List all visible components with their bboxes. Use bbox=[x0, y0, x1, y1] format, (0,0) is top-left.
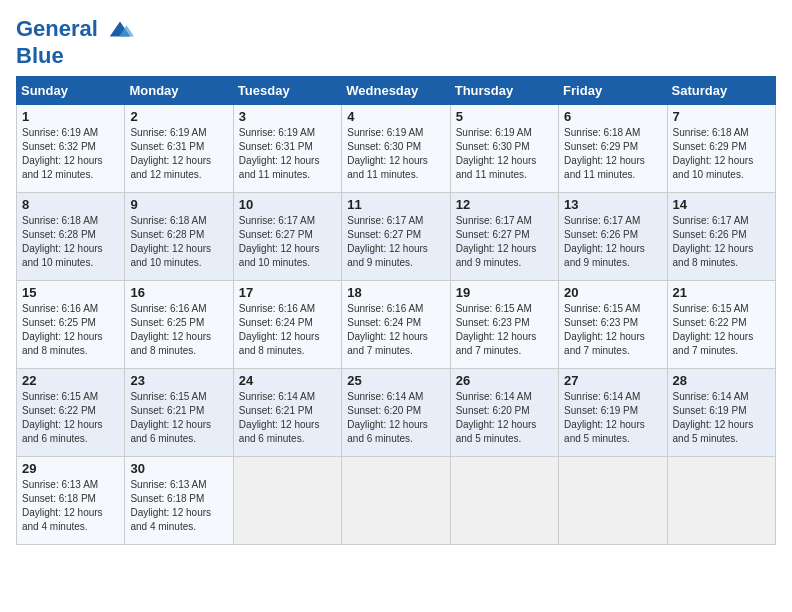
calendar-cell: 28Sunrise: 6:14 AMSunset: 6:19 PMDayligh… bbox=[667, 369, 775, 457]
day-number: 18 bbox=[347, 285, 444, 300]
calendar-cell: 25Sunrise: 6:14 AMSunset: 6:20 PMDayligh… bbox=[342, 369, 450, 457]
calendar-cell: 2Sunrise: 6:19 AMSunset: 6:31 PMDaylight… bbox=[125, 105, 233, 193]
day-info: Sunrise: 6:14 AMSunset: 6:19 PMDaylight:… bbox=[673, 390, 770, 446]
day-number: 2 bbox=[130, 109, 227, 124]
day-number: 8 bbox=[22, 197, 119, 212]
day-number: 12 bbox=[456, 197, 553, 212]
header-day-monday: Monday bbox=[125, 77, 233, 105]
calendar-cell: 10Sunrise: 6:17 AMSunset: 6:27 PMDayligh… bbox=[233, 193, 341, 281]
day-number: 16 bbox=[130, 285, 227, 300]
day-info: Sunrise: 6:15 AMSunset: 6:23 PMDaylight:… bbox=[564, 302, 661, 358]
day-info: Sunrise: 6:16 AMSunset: 6:24 PMDaylight:… bbox=[239, 302, 336, 358]
calendar-cell: 20Sunrise: 6:15 AMSunset: 6:23 PMDayligh… bbox=[559, 281, 667, 369]
day-number: 21 bbox=[673, 285, 770, 300]
day-info: Sunrise: 6:19 AMSunset: 6:31 PMDaylight:… bbox=[130, 126, 227, 182]
day-info: Sunrise: 6:16 AMSunset: 6:24 PMDaylight:… bbox=[347, 302, 444, 358]
day-info: Sunrise: 6:17 AMSunset: 6:27 PMDaylight:… bbox=[347, 214, 444, 270]
day-info: Sunrise: 6:15 AMSunset: 6:23 PMDaylight:… bbox=[456, 302, 553, 358]
day-info: Sunrise: 6:14 AMSunset: 6:21 PMDaylight:… bbox=[239, 390, 336, 446]
day-number: 27 bbox=[564, 373, 661, 388]
calendar-cell: 6Sunrise: 6:18 AMSunset: 6:29 PMDaylight… bbox=[559, 105, 667, 193]
calendar-body: 1Sunrise: 6:19 AMSunset: 6:32 PMDaylight… bbox=[17, 105, 776, 545]
calendar-cell: 4Sunrise: 6:19 AMSunset: 6:30 PMDaylight… bbox=[342, 105, 450, 193]
day-number: 3 bbox=[239, 109, 336, 124]
calendar-cell: 1Sunrise: 6:19 AMSunset: 6:32 PMDaylight… bbox=[17, 105, 125, 193]
calendar-cell: 12Sunrise: 6:17 AMSunset: 6:27 PMDayligh… bbox=[450, 193, 558, 281]
week-row-2: 8Sunrise: 6:18 AMSunset: 6:28 PMDaylight… bbox=[17, 193, 776, 281]
day-number: 1 bbox=[22, 109, 119, 124]
day-number: 26 bbox=[456, 373, 553, 388]
day-number: 25 bbox=[347, 373, 444, 388]
day-info: Sunrise: 6:19 AMSunset: 6:31 PMDaylight:… bbox=[239, 126, 336, 182]
day-info: Sunrise: 6:19 AMSunset: 6:32 PMDaylight:… bbox=[22, 126, 119, 182]
day-number: 11 bbox=[347, 197, 444, 212]
calendar-cell: 15Sunrise: 6:16 AMSunset: 6:25 PMDayligh… bbox=[17, 281, 125, 369]
day-info: Sunrise: 6:13 AMSunset: 6:18 PMDaylight:… bbox=[130, 478, 227, 534]
week-row-5: 29Sunrise: 6:13 AMSunset: 6:18 PMDayligh… bbox=[17, 457, 776, 545]
calendar-cell: 17Sunrise: 6:16 AMSunset: 6:24 PMDayligh… bbox=[233, 281, 341, 369]
calendar-cell: 29Sunrise: 6:13 AMSunset: 6:18 PMDayligh… bbox=[17, 457, 125, 545]
header-day-thursday: Thursday bbox=[450, 77, 558, 105]
day-number: 15 bbox=[22, 285, 119, 300]
calendar-cell: 8Sunrise: 6:18 AMSunset: 6:28 PMDaylight… bbox=[17, 193, 125, 281]
calendar-cell: 18Sunrise: 6:16 AMSunset: 6:24 PMDayligh… bbox=[342, 281, 450, 369]
day-number: 20 bbox=[564, 285, 661, 300]
calendar-cell bbox=[450, 457, 558, 545]
logo: General Blue bbox=[16, 16, 134, 68]
header-day-sunday: Sunday bbox=[17, 77, 125, 105]
day-number: 28 bbox=[673, 373, 770, 388]
day-info: Sunrise: 6:18 AMSunset: 6:28 PMDaylight:… bbox=[22, 214, 119, 270]
calendar-cell: 27Sunrise: 6:14 AMSunset: 6:19 PMDayligh… bbox=[559, 369, 667, 457]
page-header: General Blue bbox=[16, 16, 776, 68]
day-number: 17 bbox=[239, 285, 336, 300]
day-info: Sunrise: 6:16 AMSunset: 6:25 PMDaylight:… bbox=[130, 302, 227, 358]
header-row: SundayMondayTuesdayWednesdayThursdayFrid… bbox=[17, 77, 776, 105]
header-day-friday: Friday bbox=[559, 77, 667, 105]
calendar-cell: 30Sunrise: 6:13 AMSunset: 6:18 PMDayligh… bbox=[125, 457, 233, 545]
calendar-cell bbox=[233, 457, 341, 545]
calendar-cell bbox=[667, 457, 775, 545]
day-info: Sunrise: 6:18 AMSunset: 6:29 PMDaylight:… bbox=[673, 126, 770, 182]
calendar-cell: 7Sunrise: 6:18 AMSunset: 6:29 PMDaylight… bbox=[667, 105, 775, 193]
calendar-cell: 24Sunrise: 6:14 AMSunset: 6:21 PMDayligh… bbox=[233, 369, 341, 457]
header-day-wednesday: Wednesday bbox=[342, 77, 450, 105]
calendar-cell: 19Sunrise: 6:15 AMSunset: 6:23 PMDayligh… bbox=[450, 281, 558, 369]
day-number: 5 bbox=[456, 109, 553, 124]
calendar-cell: 26Sunrise: 6:14 AMSunset: 6:20 PMDayligh… bbox=[450, 369, 558, 457]
logo-general: General bbox=[16, 16, 98, 41]
day-info: Sunrise: 6:13 AMSunset: 6:18 PMDaylight:… bbox=[22, 478, 119, 534]
calendar-cell: 9Sunrise: 6:18 AMSunset: 6:28 PMDaylight… bbox=[125, 193, 233, 281]
day-number: 7 bbox=[673, 109, 770, 124]
calendar-cell bbox=[559, 457, 667, 545]
calendar-cell: 16Sunrise: 6:16 AMSunset: 6:25 PMDayligh… bbox=[125, 281, 233, 369]
day-info: Sunrise: 6:14 AMSunset: 6:20 PMDaylight:… bbox=[347, 390, 444, 446]
day-info: Sunrise: 6:15 AMSunset: 6:22 PMDaylight:… bbox=[22, 390, 119, 446]
day-number: 14 bbox=[673, 197, 770, 212]
calendar-cell: 11Sunrise: 6:17 AMSunset: 6:27 PMDayligh… bbox=[342, 193, 450, 281]
day-info: Sunrise: 6:14 AMSunset: 6:20 PMDaylight:… bbox=[456, 390, 553, 446]
logo-blue: Blue bbox=[16, 43, 64, 68]
day-number: 29 bbox=[22, 461, 119, 476]
week-row-4: 22Sunrise: 6:15 AMSunset: 6:22 PMDayligh… bbox=[17, 369, 776, 457]
day-number: 30 bbox=[130, 461, 227, 476]
day-info: Sunrise: 6:19 AMSunset: 6:30 PMDaylight:… bbox=[456, 126, 553, 182]
day-info: Sunrise: 6:15 AMSunset: 6:21 PMDaylight:… bbox=[130, 390, 227, 446]
day-info: Sunrise: 6:19 AMSunset: 6:30 PMDaylight:… bbox=[347, 126, 444, 182]
calendar-cell: 21Sunrise: 6:15 AMSunset: 6:22 PMDayligh… bbox=[667, 281, 775, 369]
week-row-1: 1Sunrise: 6:19 AMSunset: 6:32 PMDaylight… bbox=[17, 105, 776, 193]
week-row-3: 15Sunrise: 6:16 AMSunset: 6:25 PMDayligh… bbox=[17, 281, 776, 369]
day-info: Sunrise: 6:17 AMSunset: 6:27 PMDaylight:… bbox=[239, 214, 336, 270]
day-number: 6 bbox=[564, 109, 661, 124]
day-info: Sunrise: 6:18 AMSunset: 6:29 PMDaylight:… bbox=[564, 126, 661, 182]
header-day-saturday: Saturday bbox=[667, 77, 775, 105]
day-info: Sunrise: 6:14 AMSunset: 6:19 PMDaylight:… bbox=[564, 390, 661, 446]
day-number: 23 bbox=[130, 373, 227, 388]
day-info: Sunrise: 6:17 AMSunset: 6:27 PMDaylight:… bbox=[456, 214, 553, 270]
calendar-cell bbox=[342, 457, 450, 545]
day-number: 10 bbox=[239, 197, 336, 212]
calendar-cell: 22Sunrise: 6:15 AMSunset: 6:22 PMDayligh… bbox=[17, 369, 125, 457]
calendar-table: SundayMondayTuesdayWednesdayThursdayFrid… bbox=[16, 76, 776, 545]
day-info: Sunrise: 6:17 AMSunset: 6:26 PMDaylight:… bbox=[564, 214, 661, 270]
day-info: Sunrise: 6:17 AMSunset: 6:26 PMDaylight:… bbox=[673, 214, 770, 270]
day-number: 24 bbox=[239, 373, 336, 388]
